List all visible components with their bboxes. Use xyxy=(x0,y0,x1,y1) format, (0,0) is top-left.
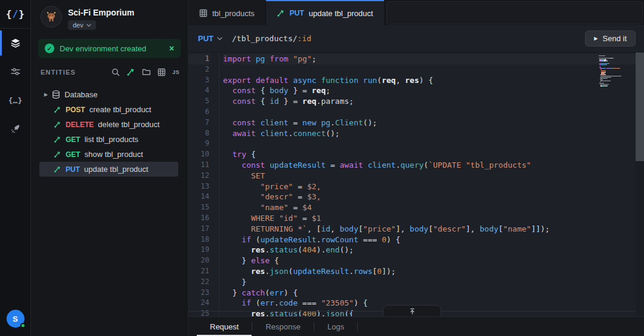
project-title: Sci-Fi Emporium xyxy=(68,8,134,17)
tab-request-label: Request xyxy=(210,322,239,331)
code-braces-icon: {…} xyxy=(8,96,22,105)
rocket-icon xyxy=(10,124,21,134)
tree-caret-icon[interactable]: ▶ xyxy=(44,92,48,97)
online-status-dot xyxy=(20,323,26,328)
method-badge: DELETE xyxy=(66,121,94,129)
logo-slash: / xyxy=(12,8,19,20)
path-param: :id xyxy=(298,34,311,43)
tab-divider xyxy=(357,322,358,331)
tab-request[interactable]: Request xyxy=(197,317,252,336)
request-bar: PUT /tbl_products/:id ▶ Send it xyxy=(188,25,644,53)
toast-close-icon[interactable]: × xyxy=(169,44,174,53)
method-badge: GET xyxy=(66,135,80,144)
endpoint-path[interactable]: /tbl_products/:id xyxy=(232,34,311,43)
tab-tbl-products[interactable]: tbl_products xyxy=(188,0,266,25)
toast-message: Dev environment created xyxy=(60,44,164,53)
tree-item-label: create tbl_product xyxy=(89,105,151,114)
method-badge: PUT xyxy=(66,165,80,174)
scrollbar-thumb[interactable] xyxy=(636,53,644,161)
environment-name: dev xyxy=(73,21,83,29)
tree-item-database[interactable]: ▶ Database xyxy=(39,87,178,102)
table-icon xyxy=(199,9,208,17)
folder-icon[interactable] xyxy=(142,68,151,76)
bottom-panel-tabs: Request Response Logs xyxy=(188,316,644,336)
tab-bar: tbl_products PUT update tbl_product xyxy=(188,0,644,25)
scrollbar-track[interactable] xyxy=(636,53,644,316)
tab-bar-empty-area xyxy=(386,1,643,24)
method-badge: GET xyxy=(66,150,80,159)
database-icon xyxy=(52,90,60,99)
endpoint-icon xyxy=(277,9,285,17)
entities-label: ENTITIES xyxy=(41,69,105,76)
left-icon-rail: {/} {…} xyxy=(0,0,31,336)
app-window: {/} {…} xyxy=(0,0,644,336)
tab-put-update-tbl-product[interactable]: PUT update tbl_product xyxy=(266,0,384,25)
tree-item-label: update tbl_product xyxy=(84,165,148,174)
path-static: /tbl_products/ xyxy=(232,34,298,43)
tab-logs-label: Logs xyxy=(327,322,344,331)
add-endpoint-icon[interactable] xyxy=(126,67,135,76)
main-panel: tbl_products PUT update tbl_product PUT … xyxy=(188,0,644,336)
logo-brace-right: } xyxy=(18,8,24,20)
project-info: Sci-Fi Emporium dev xyxy=(68,6,134,30)
logo-brace-left: { xyxy=(6,8,12,20)
send-button-label: Send it xyxy=(603,34,627,43)
send-button[interactable]: ▶ Send it xyxy=(585,30,636,47)
layers-icon xyxy=(10,38,21,48)
tree-item-list-tbl-products[interactable]: GET list tbl_products xyxy=(39,132,178,147)
tree-item-label: list tbl_products xyxy=(85,135,138,144)
rail-item-code[interactable]: {…} xyxy=(0,86,30,115)
tree-item-label: show tbl_product xyxy=(85,150,143,159)
method-dropdown-value: PUT xyxy=(198,34,213,43)
code-lines: import pg from "pg";export default async… xyxy=(219,53,644,316)
gutter: 1234567891011121314151617181920212223242… xyxy=(188,53,219,316)
user-avatar-initial: S xyxy=(13,315,18,323)
endpoint-icon xyxy=(54,165,61,173)
endpoint-icon xyxy=(54,106,61,113)
arrow-up-to-line-icon xyxy=(409,308,416,315)
play-icon: ▶ xyxy=(594,36,597,41)
success-toast: ✓ Dev environment created × xyxy=(38,39,181,58)
tab-label: update tbl_product xyxy=(309,9,373,18)
tree-item-update-tbl-product[interactable]: PUT update tbl_product xyxy=(39,162,178,177)
tab-method-badge: PUT xyxy=(290,9,304,17)
code-editor[interactable]: 1234567891011121314151617181920212223242… xyxy=(188,53,644,316)
tree-item-show-tbl-product[interactable]: GET show tbl_product xyxy=(39,147,178,162)
tree-item-label: delete tbl_product xyxy=(98,120,159,129)
tab-response[interactable]: Response xyxy=(252,317,314,336)
js-icon[interactable]: JS xyxy=(172,69,179,75)
table-icon[interactable] xyxy=(157,68,166,76)
sliders-icon xyxy=(10,66,21,77)
user-avatar[interactable]: S xyxy=(7,310,24,328)
chevron-down-icon xyxy=(217,37,222,41)
rail-item-settings[interactable] xyxy=(0,57,30,86)
sidebar: Sci-Fi Emporium dev ✓ Dev environment cr… xyxy=(31,0,188,336)
tab-label: tbl_products xyxy=(212,9,255,18)
rail-item-entities[interactable] xyxy=(0,29,30,57)
tree-item-delete-tbl-product[interactable]: DELETE delete tbl_product xyxy=(39,117,178,132)
check-circle-icon: ✓ xyxy=(45,44,54,53)
tree-item-create-tbl-product[interactable]: POST create tbl_product xyxy=(39,102,178,117)
project-header: Sci-Fi Emporium dev xyxy=(31,0,188,33)
bull-icon xyxy=(44,10,58,24)
environment-selector[interactable]: dev xyxy=(68,20,96,30)
tab-logs[interactable]: Logs xyxy=(314,317,357,336)
endpoint-icon xyxy=(54,121,61,128)
minimap[interactable] xyxy=(599,56,633,87)
entities-header: ENTITIES JS xyxy=(31,64,188,79)
app-logo[interactable]: {/} xyxy=(0,0,30,29)
method-dropdown[interactable]: PUT xyxy=(198,34,222,43)
tree-item-label: Database xyxy=(64,90,98,99)
search-icon[interactable] xyxy=(112,68,120,76)
rail-item-deploy[interactable] xyxy=(0,115,30,143)
endpoint-icon xyxy=(54,150,61,158)
endpoint-icon xyxy=(54,135,61,143)
chevron-down-icon xyxy=(86,24,91,27)
project-avatar[interactable] xyxy=(41,6,62,27)
entities-tree: ▶ Database POST create tbl_product DELET… xyxy=(31,87,188,177)
expand-panel-button[interactable] xyxy=(383,305,441,316)
tab-response-label: Response xyxy=(265,322,301,331)
method-badge: POST xyxy=(66,106,85,114)
